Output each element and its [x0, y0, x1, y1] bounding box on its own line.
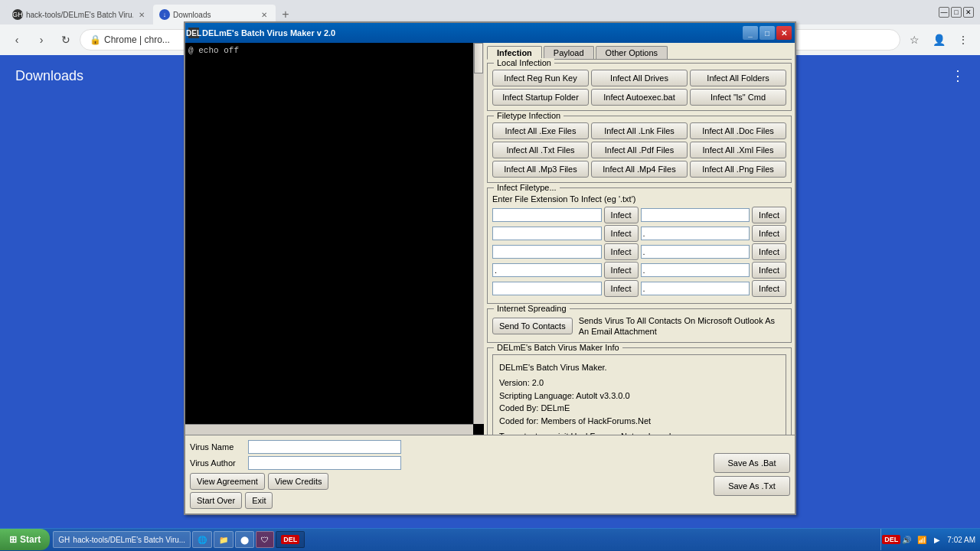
- infect-exe[interactable]: Infect All .Exe Files: [492, 122, 589, 139]
- back-button[interactable]: ‹: [6, 29, 28, 51]
- chrome-tab-1[interactable]: GH hack-tools/DELmE's Batch Viru... ✕: [6, 5, 153, 24]
- infect-txt[interactable]: Infect All .Txt Files: [492, 142, 589, 158]
- systray: DEL 🔊 📶 ▶ 7:02 AM: [880, 529, 980, 550]
- profile-button[interactable]: 👤: [928, 29, 949, 51]
- infect-reg-run-key[interactable]: Infect Reg Run Key: [492, 70, 589, 86]
- infect-btn-5-left[interactable]: Infect: [604, 280, 639, 297]
- infect-btn-3-left[interactable]: Infect: [604, 243, 639, 260]
- tab1-close[interactable]: ✕: [136, 9, 147, 20]
- save-as-bat-button[interactable]: Save As .Bat: [714, 453, 790, 473]
- chrome-maximize[interactable]: □: [951, 7, 962, 18]
- infect-row-3: Infect Infect: [492, 243, 786, 260]
- taskbar-item-explorer[interactable]: 📁: [214, 531, 234, 548]
- infect-btn-5-right[interactable]: Infect: [752, 280, 786, 297]
- start-icon: ⊞: [9, 534, 17, 545]
- scrollbar-thumb[interactable]: [474, 43, 483, 73]
- norton-icon: 🛡: [261, 536, 269, 544]
- infect-png[interactable]: Infect All .Png Files: [690, 161, 786, 178]
- infect-btn-4-left[interactable]: Infect: [604, 262, 639, 279]
- tab2-close[interactable]: ✕: [259, 9, 270, 20]
- start-button[interactable]: ⊞ Start: [0, 529, 50, 550]
- forward-button[interactable]: ›: [31, 29, 52, 51]
- terminal-scrollbar[interactable]: [473, 43, 484, 424]
- infect-btn-2-left[interactable]: Infect: [604, 225, 639, 242]
- view-agreement-button[interactable]: View Agreement: [190, 473, 265, 490]
- infect-row-1: Infect Infect: [492, 207, 786, 223]
- systray-network[interactable]: 📶: [916, 534, 927, 545]
- infect-startup-folder[interactable]: Infect Startup Folder: [492, 89, 589, 106]
- refresh-button[interactable]: ↻: [55, 29, 77, 51]
- infect-btn-1-right[interactable]: Infect: [752, 207, 786, 223]
- send-to-contacts-button[interactable]: Send To Contacts: [492, 318, 573, 334]
- tab1-label: hack-tools/DELmE's Batch Viru...: [26, 11, 133, 19]
- infect-btn-3-right[interactable]: Infect: [752, 243, 786, 260]
- infect-mp3[interactable]: Infect All .Mp3 Files: [492, 161, 589, 178]
- virus-author-input[interactable]: [248, 456, 401, 470]
- infect-xml[interactable]: Infect All .Xml Files: [690, 142, 786, 158]
- minimize-button[interactable]: _: [743, 26, 758, 40]
- save-as-txt-button[interactable]: Save As .Txt: [714, 476, 790, 496]
- infect-filetype-description: Enter File Extension To Infect (eg '.txt…: [492, 194, 786, 204]
- bookmarks-button[interactable]: ☆: [903, 29, 925, 51]
- terminal-hscroll[interactable]: [185, 424, 473, 435]
- chrome-close[interactable]: ✕: [963, 7, 974, 18]
- systray-volume[interactable]: 🔊: [901, 534, 912, 545]
- menu-button[interactable]: ⋮: [952, 29, 974, 51]
- infect-input-3-right[interactable]: [641, 245, 750, 259]
- taskbar-item-github[interactable]: GH hack-tools/DELmE's Batch Viru...: [53, 531, 191, 548]
- window-body: @ echo off Infection Payload Other Optio…: [185, 43, 795, 435]
- infect-btn-4-right[interactable]: Infect: [752, 262, 786, 279]
- taskbar-item-ie[interactable]: 🌐: [192, 531, 212, 548]
- infect-autoexec[interactable]: Infect Autoexec.bat: [591, 89, 688, 106]
- start-over-button[interactable]: Start Over: [190, 492, 242, 509]
- virus-name-row: Virus Name: [190, 440, 709, 454]
- infect-all-folders[interactable]: Infect All Folders: [690, 70, 786, 86]
- infect-input-4-left[interactable]: [492, 263, 602, 277]
- filetype-infection-group: Filetype Infection Infect All .Exe Files…: [487, 116, 792, 183]
- maximize-button[interactable]: □: [760, 26, 775, 40]
- view-credits-button[interactable]: View Credits: [268, 473, 329, 490]
- infect-ls-cmd[interactable]: Infect "ls" Cmd: [690, 89, 786, 106]
- infect-btn-1-left[interactable]: Infect: [604, 207, 639, 223]
- taskbar-item-chrome[interactable]: ⬤: [235, 531, 254, 548]
- taskbar: ⊞ Start GH hack-tools/DELmE's Batch Viru…: [0, 528, 980, 551]
- app-window: DEL DELmE's Batch Virus Maker v 2.0 _ □ …: [184, 21, 796, 515]
- info-coded-for: Coded for: Members of HackForums.Net: [499, 415, 779, 428]
- infect-lnk[interactable]: Infect All .Lnk Files: [591, 122, 688, 139]
- taskbar-item-del[interactable]: DEL: [276, 531, 305, 548]
- bottom-form: Virus Name Virus Author View Agreement V…: [185, 435, 795, 514]
- virus-name-input[interactable]: [248, 440, 401, 454]
- downloads-menu[interactable]: ⋮: [951, 67, 965, 84]
- tab-other-options[interactable]: Other Options: [596, 46, 668, 59]
- infect-input-1-left[interactable]: [492, 208, 602, 222]
- infect-input-1-right[interactable]: [641, 208, 750, 222]
- virus-author-label: Virus Author: [190, 458, 245, 468]
- start-label: Start: [20, 534, 41, 545]
- infect-input-5-right[interactable]: [641, 282, 750, 295]
- infect-mp4[interactable]: Infect All .Mp4 Files: [591, 161, 688, 178]
- infect-all-drives[interactable]: Infect All Drives: [591, 70, 688, 86]
- close-button[interactable]: ✕: [776, 26, 792, 40]
- info-coded-by: Coded By: DELmE: [499, 402, 779, 415]
- filetype-buttons-3: Infect All .Mp3 Files Infect All .Mp4 Fi…: [492, 161, 786, 178]
- taskbar-items: GH hack-tools/DELmE's Batch Viru... 🌐 📁 …: [50, 531, 880, 548]
- infect-doc[interactable]: Infect All .Doc Files: [690, 122, 786, 139]
- local-infection-group: Local Infection Infect Reg Run Key Infec…: [487, 63, 792, 111]
- infect-input-3-left[interactable]: [492, 245, 602, 259]
- infect-input-2-right[interactable]: [641, 227, 750, 240]
- infect-input-5-left[interactable]: [492, 282, 602, 295]
- terminal-text: @ echo off: [188, 46, 239, 55]
- infect-input-4-right[interactable]: [641, 263, 750, 277]
- chrome-minimize[interactable]: —: [939, 7, 949, 18]
- infect-input-2-left[interactable]: [492, 227, 602, 240]
- exit-button[interactable]: Exit: [245, 492, 273, 509]
- taskbar-item-norton[interactable]: 🛡: [256, 531, 274, 548]
- infect-pdf[interactable]: Infect All .Pdf Files: [591, 142, 688, 158]
- del-tray-icon: DEL: [882, 535, 900, 544]
- window-controls: _ □ ✕: [743, 26, 792, 40]
- tab-payload[interactable]: Payload: [544, 46, 594, 59]
- internet-spreading-group: Internet Spreading Send To Contacts Send…: [487, 308, 792, 343]
- infect-btn-2-right[interactable]: Infect: [752, 225, 786, 242]
- systray-msg[interactable]: ▶: [932, 534, 942, 545]
- explorer-icon: 📁: [219, 536, 228, 544]
